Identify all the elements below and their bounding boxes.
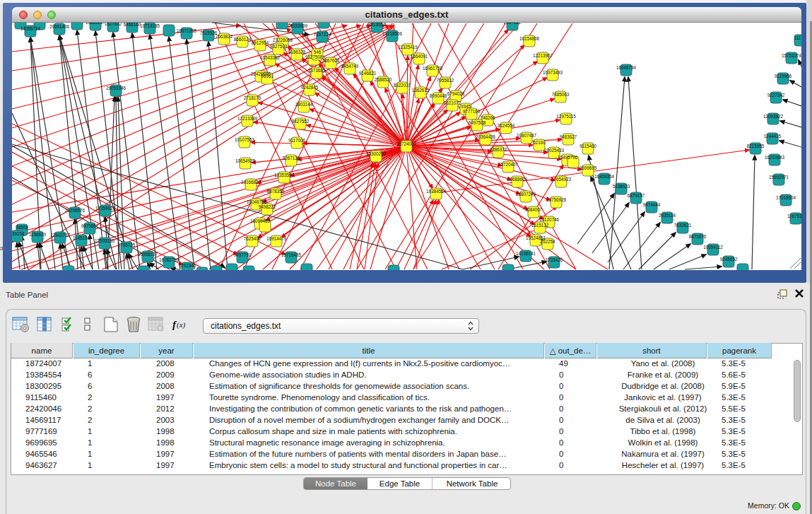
svg-text:8912954: 8912954 <box>252 40 269 45</box>
svg-text:8990448: 8990448 <box>430 93 447 98</box>
svg-text:9117006: 9117006 <box>288 138 306 143</box>
svg-text:6794028: 6794028 <box>447 91 465 96</box>
svg-text:3373685: 3373685 <box>308 68 326 73</box>
svg-text:15300293: 15300293 <box>366 151 387 156</box>
svg-text:9327503: 9327503 <box>270 44 288 49</box>
svg-text:9327508: 9327508 <box>305 54 323 59</box>
svg-text:11174: 11174 <box>794 35 801 40</box>
svg-text:11325419: 11325419 <box>398 45 418 49</box>
svg-text:9345: 9345 <box>461 104 471 109</box>
svg-text:10719185: 10719185 <box>140 23 160 28</box>
svg-text:10543362: 10543362 <box>260 55 281 60</box>
svg-text:7955812: 7955812 <box>437 78 454 83</box>
svg-text:20206576: 20206576 <box>65 208 86 213</box>
svg-text:8322037: 8322037 <box>394 83 411 88</box>
svg-text:12093822: 12093822 <box>763 114 784 119</box>
svg-text:29053346: 29053346 <box>106 86 126 90</box>
svg-text:62160: 62160 <box>533 140 546 145</box>
svg-text:18807249: 18807249 <box>516 192 536 197</box>
svg-text:2935114: 2935114 <box>659 213 676 218</box>
svg-text:1292346: 1292346 <box>179 263 196 268</box>
svg-text:16671355: 16671355 <box>177 28 197 33</box>
svg-text:98961: 98961 <box>261 74 273 78</box>
svg-text:7632621: 7632621 <box>674 223 692 228</box>
svg-text:10654925: 10654925 <box>235 158 256 163</box>
svg-text:2087682: 2087682 <box>504 23 522 25</box>
svg-text:10655267: 10655267 <box>86 23 106 25</box>
svg-text:1167533: 1167533 <box>787 214 801 218</box>
svg-text:9699695: 9699695 <box>579 165 597 170</box>
svg-text:939154: 939154 <box>12 231 25 236</box>
svg-text:1615132: 1615132 <box>531 223 549 228</box>
svg-text:19166827: 19166827 <box>241 180 261 185</box>
svg-text:12505155: 12505155 <box>95 238 115 243</box>
svg-text:16154808: 16154808 <box>519 36 540 41</box>
svg-text:8215955: 8215955 <box>747 144 765 148</box>
svg-text:9457791: 9457791 <box>234 252 252 257</box>
svg-text:746266: 746266 <box>480 115 495 120</box>
svg-text:16782759: 16782759 <box>159 257 180 262</box>
svg-text:10107553: 10107553 <box>235 137 255 142</box>
svg-text:10958107: 10958107 <box>138 252 158 257</box>
svg-text:1795725: 1795725 <box>118 243 136 247</box>
svg-text:9115460: 9115460 <box>579 144 597 148</box>
svg-text:14136141: 14136141 <box>516 251 536 256</box>
svg-text:1156829: 1156829 <box>29 232 47 237</box>
svg-text:7386372: 7386372 <box>490 147 507 152</box>
svg-text:10654112: 10654112 <box>703 245 723 250</box>
svg-text:7663822: 7663822 <box>216 34 233 39</box>
svg-text:16495796: 16495796 <box>558 155 578 160</box>
svg-text:15751074: 15751074 <box>782 53 801 58</box>
svg-text:2718176: 2718176 <box>244 95 261 100</box>
svg-text:9463627: 9463627 <box>560 134 577 139</box>
svg-text:9146821: 9146821 <box>359 71 377 76</box>
svg-text:19218506: 19218506 <box>382 31 403 36</box>
svg-text:1145194: 1145194 <box>73 235 90 240</box>
svg-text:9242845: 9242845 <box>301 85 319 90</box>
svg-text:8427552: 8427552 <box>292 119 310 124</box>
svg-text:15716485: 15716485 <box>281 252 302 257</box>
svg-text:15692971: 15692971 <box>769 175 789 180</box>
svg-text:1362615: 1362615 <box>412 88 430 93</box>
svg-text:9474444: 9474444 <box>643 202 661 207</box>
svg-text:1621072: 1621072 <box>444 100 461 105</box>
svg-text:8660124: 8660124 <box>234 37 252 42</box>
svg-text:5498222: 5498222 <box>259 204 276 209</box>
svg-text:19384554: 19384554 <box>426 189 447 194</box>
svg-text:8878352: 8878352 <box>267 189 285 194</box>
svg-text:3624554: 3624554 <box>498 123 515 128</box>
svg-text:9245652: 9245652 <box>720 257 738 262</box>
svg-text:1664091: 1664091 <box>411 54 428 59</box>
svg-text:7357224: 7357224 <box>314 32 331 37</box>
svg-text:2588520: 2588520 <box>375 77 392 82</box>
svg-text:10807487: 10807487 <box>517 133 537 138</box>
svg-text:17359924: 17359924 <box>95 206 116 211</box>
svg-text:8186328: 8186328 <box>288 49 306 54</box>
svg-text:16648784: 16648784 <box>616 65 637 70</box>
svg-text:12942737: 12942737 <box>50 233 71 238</box>
svg-text:2867608: 2867608 <box>322 58 340 63</box>
svg-text:7485063: 7485063 <box>552 92 570 97</box>
svg-text:23226058: 23226058 <box>273 37 293 42</box>
svg-text:15720407: 15720407 <box>498 162 519 167</box>
svg-text:9975867: 9975867 <box>81 223 99 228</box>
svg-text:7625402: 7625402 <box>244 236 261 241</box>
svg-text:18724007: 18724007 <box>396 141 417 146</box>
svg-text:10688609: 10688609 <box>507 177 528 182</box>
svg-text:17016504: 17016504 <box>776 195 796 200</box>
svg-text:9227342: 9227342 <box>767 93 785 98</box>
svg-text:8471676: 8471676 <box>689 234 707 239</box>
svg-text:98506: 98506 <box>16 225 28 230</box>
svg-text:8813054: 8813054 <box>368 23 386 27</box>
svg-text:1244415: 1244415 <box>764 134 782 139</box>
svg-text:2803144: 2803144 <box>295 102 313 107</box>
svg-text:6466160: 6466160 <box>124 23 141 27</box>
svg-text:20691406: 20691406 <box>49 24 70 29</box>
svg-text:9129966: 9129966 <box>775 74 792 78</box>
svg-text:546: 546 <box>314 49 322 54</box>
svg-text:6879197: 6879197 <box>628 193 645 198</box>
svg-text:8267130: 8267130 <box>283 156 300 160</box>
svg-text:16914479: 16914479 <box>266 236 287 241</box>
svg-text:1527602: 1527602 <box>105 23 122 26</box>
svg-text:6497568: 6497568 <box>469 120 486 125</box>
